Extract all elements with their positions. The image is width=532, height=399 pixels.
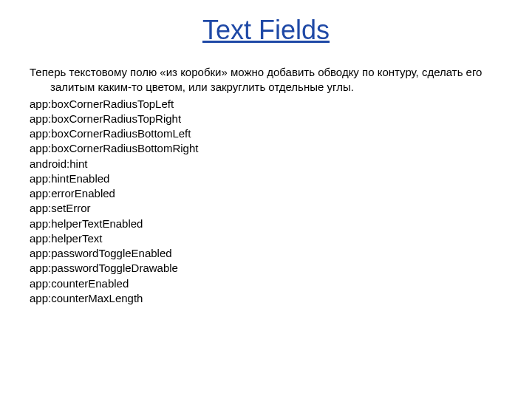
intro-paragraph: Теперь текстовому полю «из коробки» можн… [30, 65, 502, 95]
slide-title: Text Fields [30, 15, 502, 46]
list-item: app:boxCornerRadiusTopLeft [30, 97, 502, 112]
slide-body: Теперь текстовому полю «из коробки» можн… [30, 65, 502, 306]
list-item: app:passwordToggleEnabled [30, 246, 502, 261]
list-item: app:boxCornerRadiusBottomLeft [30, 126, 502, 141]
attribute-list: app:boxCornerRadiusTopLeft app:boxCorner… [30, 97, 502, 307]
list-item: app:setError [30, 201, 502, 216]
list-item: app:counterEnabled [30, 276, 502, 291]
list-item: app:errorEnabled [30, 186, 502, 201]
list-item: app:helperText [30, 231, 502, 246]
list-item: app:helperTextEnabled [30, 216, 502, 231]
title-link[interactable]: Text Fields [202, 15, 330, 45]
intro-text: Теперь текстовому полю «из коробки» можн… [30, 65, 502, 95]
list-item: app:hintEnabled [30, 171, 502, 186]
list-item: app:boxCornerRadiusTopRight [30, 112, 502, 126]
slide: Text Fields Теперь текстовому полю «из к… [0, 0, 532, 399]
list-item: app:boxCornerRadiusBottomRight [30, 141, 502, 156]
list-item: app:counterMaxLength [30, 291, 502, 306]
list-item: android:hint [30, 157, 502, 171]
list-item: app:passwordToggleDrawable [30, 261, 502, 276]
